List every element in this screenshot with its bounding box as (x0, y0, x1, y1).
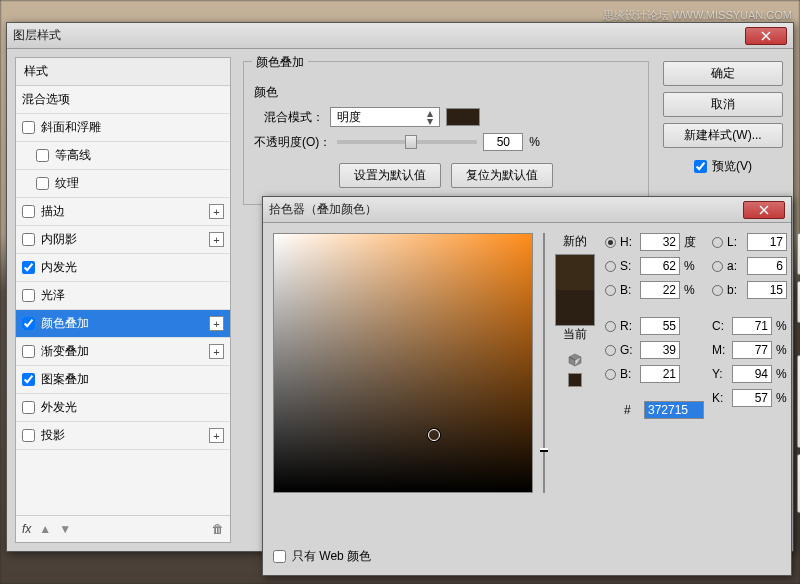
color-swatch[interactable] (446, 108, 480, 126)
style-checkbox[interactable] (22, 121, 35, 134)
style-checkbox[interactable] (22, 317, 35, 330)
new-label: 新的 (563, 233, 587, 250)
blend-options-item[interactable]: 混合选项 (16, 86, 230, 114)
style-item-0[interactable]: 斜面和浮雕 (16, 114, 230, 142)
color-sublabel: 颜色 (254, 84, 638, 101)
radio-r[interactable] (605, 321, 616, 332)
style-checkbox[interactable] (22, 429, 35, 442)
plus-icon[interactable]: + (209, 316, 224, 331)
radio-b2[interactable] (712, 285, 723, 296)
picker-titlebar[interactable]: 拾色器（叠加颜色） (263, 197, 791, 223)
group-legend: 颜色叠加 (252, 54, 308, 71)
web-only-label: 只有 Web 颜色 (292, 548, 371, 565)
close-icon[interactable] (745, 27, 787, 45)
style-checkbox[interactable] (36, 149, 49, 162)
radio-a[interactable] (712, 261, 723, 272)
set-default-button[interactable]: 设置为默认值 (339, 163, 441, 188)
h-input[interactable] (640, 233, 680, 251)
radio-h[interactable] (605, 237, 616, 248)
style-item-6[interactable]: 光泽 (16, 282, 230, 310)
titlebar[interactable]: 图层样式 (7, 23, 793, 49)
style-item-8[interactable]: 渐变叠加+ (16, 338, 230, 366)
m-input[interactable] (732, 341, 772, 359)
opacity-unit: % (529, 135, 540, 149)
hue-slider[interactable] (543, 233, 545, 493)
style-checkbox[interactable] (22, 401, 35, 414)
style-list: 样式 混合选项 斜面和浮雕等高线纹理描边+内阴影+内发光光泽颜色叠加+渐变叠加+… (15, 57, 231, 543)
style-checkbox[interactable] (22, 261, 35, 274)
compare-column: 新的 当前 (555, 233, 595, 565)
style-checkbox[interactable] (22, 345, 35, 358)
arrow-down-icon[interactable]: ▼ (59, 522, 71, 536)
style-checkbox[interactable] (22, 233, 35, 246)
b2-input[interactable] (747, 281, 787, 299)
dialog-title: 图层样式 (13, 27, 61, 44)
style-checkbox[interactable] (22, 205, 35, 218)
styles-header[interactable]: 样式 (16, 58, 230, 86)
style-checkbox[interactable] (22, 289, 35, 302)
values-area: H:度 S:% B:% R: G: B: # L: a: b: C:% M:% … (605, 233, 787, 565)
hue-marker-icon (540, 448, 548, 452)
cancel-button[interactable]: 取消 (663, 92, 783, 117)
hex-input[interactable] (644, 401, 704, 419)
color-field[interactable] (273, 233, 533, 493)
g-input[interactable] (640, 341, 680, 359)
b-input[interactable] (640, 281, 680, 299)
arrow-up-icon[interactable]: ▲ (39, 522, 51, 536)
l-input[interactable] (747, 233, 787, 251)
radio-g[interactable] (605, 345, 616, 356)
k-input[interactable] (732, 389, 772, 407)
radio-bb[interactable] (605, 369, 616, 380)
style-item-7[interactable]: 颜色叠加+ (16, 310, 230, 338)
color-picker-dialog: 拾色器（叠加颜色） 只有 Web 颜色 新的 当前 (262, 196, 792, 576)
style-item-11[interactable]: 投影+ (16, 422, 230, 450)
plus-icon[interactable]: + (209, 344, 224, 359)
style-item-10[interactable]: 外发光 (16, 394, 230, 422)
s-input[interactable] (640, 257, 680, 275)
web-only-checkbox[interactable] (273, 550, 286, 563)
a-input[interactable] (747, 257, 787, 275)
cube-icon[interactable] (568, 353, 582, 367)
style-item-9[interactable]: 图案叠加 (16, 366, 230, 394)
compare-swatch[interactable] (555, 254, 595, 326)
picker-title: 拾色器（叠加颜色） (269, 201, 377, 218)
blend-mode-select[interactable]: 明度 ▴▾ (330, 107, 440, 127)
fx-icon[interactable]: fx (22, 522, 31, 536)
blend-mode-label: 混合模式： (254, 109, 324, 126)
reset-default-button[interactable]: 复位为默认值 (451, 163, 553, 188)
preview-checkbox[interactable] (694, 160, 707, 173)
opacity-input[interactable] (483, 133, 523, 151)
style-item-3[interactable]: 描边+ (16, 198, 230, 226)
watermark: 思缘设计论坛 WWW.MISSYUAN.COM (603, 8, 792, 23)
plus-icon[interactable]: + (209, 428, 224, 443)
style-checkbox[interactable] (36, 177, 49, 190)
r-input[interactable] (640, 317, 680, 335)
style-checkbox[interactable] (22, 373, 35, 386)
trash-icon[interactable]: 🗑 (212, 522, 224, 536)
current-label: 当前 (563, 326, 587, 343)
bb-input[interactable] (640, 365, 680, 383)
c-input[interactable] (732, 317, 772, 335)
plus-icon[interactable]: + (209, 204, 224, 219)
preview-label: 预览(V) (712, 158, 752, 175)
small-swatch[interactable] (568, 373, 582, 387)
color-cursor-icon (428, 429, 440, 441)
color-overlay-group: 颜色叠加 颜色 混合模式： 明度 ▴▾ 不透明度(O)： % (243, 61, 649, 205)
radio-b[interactable] (605, 285, 616, 296)
style-item-1[interactable]: 等高线 (16, 142, 230, 170)
style-item-4[interactable]: 内阴影+ (16, 226, 230, 254)
style-item-5[interactable]: 内发光 (16, 254, 230, 282)
style-list-footer: fx ▲ ▼ 🗑 (16, 515, 230, 542)
radio-s[interactable] (605, 261, 616, 272)
ok-button[interactable]: 确定 (663, 61, 783, 86)
opacity-slider[interactable] (337, 140, 477, 144)
y-input[interactable] (732, 365, 772, 383)
new-style-button[interactable]: 新建样式(W)... (663, 123, 783, 148)
plus-icon[interactable]: + (209, 232, 224, 247)
radio-l[interactable] (712, 237, 723, 248)
style-item-2[interactable]: 纹理 (16, 170, 230, 198)
opacity-label: 不透明度(O)： (254, 134, 331, 151)
close-icon[interactable] (743, 201, 785, 219)
